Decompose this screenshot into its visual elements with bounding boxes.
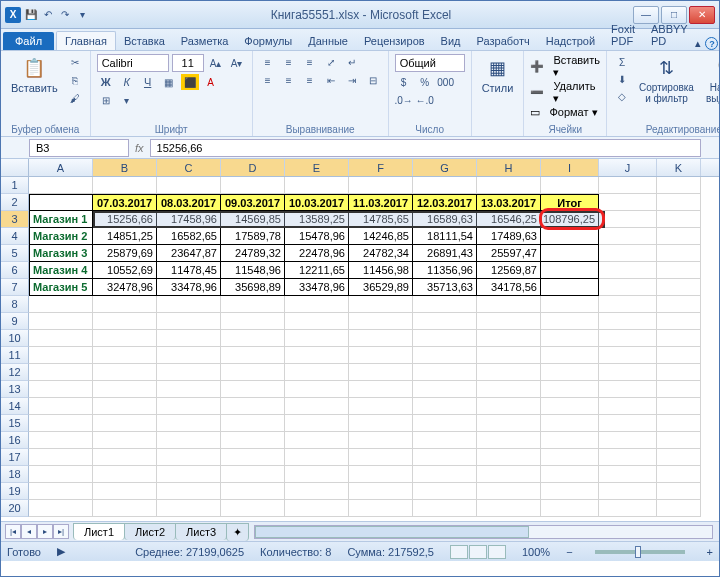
cell-16-J[interactable] bbox=[599, 432, 657, 449]
cell-4-B[interactable]: 14851,25 bbox=[93, 228, 157, 245]
cell-8-I[interactable] bbox=[541, 296, 599, 313]
cell-16-I[interactable] bbox=[541, 432, 599, 449]
cell-5-D[interactable]: 24789,32 bbox=[221, 245, 285, 262]
underline-button[interactable]: Ч bbox=[139, 74, 157, 90]
cell-4-G[interactable]: 18111,54 bbox=[413, 228, 477, 245]
decrease-font-button[interactable]: A▾ bbox=[228, 55, 246, 71]
cell-10-D[interactable] bbox=[221, 330, 285, 347]
cell-5-J[interactable] bbox=[599, 245, 657, 262]
cell-15-H[interactable] bbox=[477, 415, 541, 432]
cell-19-E[interactable] bbox=[285, 483, 349, 500]
italic-button[interactable]: К bbox=[118, 74, 136, 90]
increase-indent-button[interactable]: ⇥ bbox=[343, 72, 361, 88]
cell-12-J[interactable] bbox=[599, 364, 657, 381]
cell-10-A[interactable] bbox=[29, 330, 93, 347]
name-box[interactable]: B3 bbox=[29, 139, 129, 157]
tab-data[interactable]: Данные bbox=[300, 32, 356, 50]
cell-2-F[interactable]: 11.03.2017 bbox=[349, 194, 413, 211]
sheet-tab-1[interactable]: Лист1 bbox=[73, 523, 125, 540]
cell-20-H[interactable] bbox=[477, 500, 541, 517]
cell-10-B[interactable] bbox=[93, 330, 157, 347]
cell-14-D[interactable] bbox=[221, 398, 285, 415]
sort-filter-button[interactable]: ⇅ Сортировка и фильтр bbox=[635, 54, 698, 106]
tab-developer[interactable]: Разработч bbox=[469, 32, 538, 50]
cell-19-I[interactable] bbox=[541, 483, 599, 500]
cell-19-F[interactable] bbox=[349, 483, 413, 500]
cell-5-K[interactable] bbox=[657, 245, 701, 262]
cell-14-I[interactable] bbox=[541, 398, 599, 415]
row-header-16[interactable]: 16 bbox=[1, 432, 29, 449]
cell-8-A[interactable] bbox=[29, 296, 93, 313]
zoom-level[interactable]: 100% bbox=[522, 546, 550, 558]
cell-13-B[interactable] bbox=[93, 381, 157, 398]
view-layout-button[interactable] bbox=[469, 545, 487, 559]
cell-18-B[interactable] bbox=[93, 466, 157, 483]
cell-16-H[interactable] bbox=[477, 432, 541, 449]
merge-button[interactable]: ⊟ bbox=[364, 72, 382, 88]
tab-file[interactable]: Файл bbox=[3, 32, 54, 50]
cell-10-E[interactable] bbox=[285, 330, 349, 347]
cell-18-F[interactable] bbox=[349, 466, 413, 483]
cell-3-C[interactable]: 17458,96 bbox=[157, 211, 221, 228]
cell-11-K[interactable] bbox=[657, 347, 701, 364]
cell-8-D[interactable] bbox=[221, 296, 285, 313]
tab-review[interactable]: Рецензиров bbox=[356, 32, 433, 50]
cell-17-I[interactable] bbox=[541, 449, 599, 466]
increase-decimal-button[interactable]: .0→ bbox=[395, 92, 413, 108]
ribbon-minimize-icon[interactable]: ▴ bbox=[695, 37, 701, 50]
cell-11-H[interactable] bbox=[477, 347, 541, 364]
delete-cells-button[interactable]: ➖ Удалить ▾ bbox=[530, 80, 600, 105]
number-format-input[interactable]: Общий bbox=[395, 54, 465, 72]
col-header-D[interactable]: D bbox=[221, 159, 285, 176]
cell-17-A[interactable] bbox=[29, 449, 93, 466]
decrease-decimal-button[interactable]: ←.0 bbox=[416, 92, 434, 108]
cell-20-I[interactable] bbox=[541, 500, 599, 517]
cell-9-F[interactable] bbox=[349, 313, 413, 330]
cell-17-B[interactable] bbox=[93, 449, 157, 466]
cell-13-K[interactable] bbox=[657, 381, 701, 398]
cell-7-B[interactable]: 32478,96 bbox=[93, 279, 157, 296]
row-header-13[interactable]: 13 bbox=[1, 381, 29, 398]
cell-19-G[interactable] bbox=[413, 483, 477, 500]
horizontal-scrollbar[interactable] bbox=[254, 525, 713, 539]
comma-button[interactable]: 000 bbox=[437, 74, 455, 90]
cell-8-H[interactable] bbox=[477, 296, 541, 313]
tab-addins[interactable]: Надстрой bbox=[538, 32, 603, 50]
row-header-3[interactable]: 3 bbox=[1, 211, 29, 228]
cell-20-C[interactable] bbox=[157, 500, 221, 517]
row-header-2[interactable]: 2 bbox=[1, 194, 29, 211]
cell-12-F[interactable] bbox=[349, 364, 413, 381]
cell-17-E[interactable] bbox=[285, 449, 349, 466]
cell-2-K[interactable] bbox=[657, 194, 701, 211]
cell-10-J[interactable] bbox=[599, 330, 657, 347]
cell-17-J[interactable] bbox=[599, 449, 657, 466]
cell-10-K[interactable] bbox=[657, 330, 701, 347]
select-all-corner[interactable] bbox=[1, 159, 29, 176]
cell-13-C[interactable] bbox=[157, 381, 221, 398]
cell-13-A[interactable] bbox=[29, 381, 93, 398]
total-4[interactable] bbox=[541, 262, 599, 279]
align-top-button[interactable]: ≡ bbox=[259, 54, 277, 70]
cell-20-A[interactable] bbox=[29, 500, 93, 517]
cell-1-A[interactable] bbox=[29, 177, 93, 194]
store-name-3[interactable]: Магазин 3 bbox=[29, 245, 93, 262]
cell-1-B[interactable] bbox=[93, 177, 157, 194]
zoom-thumb[interactable] bbox=[635, 546, 641, 558]
cell-9-C[interactable] bbox=[157, 313, 221, 330]
store-name-5[interactable]: Магазин 5 bbox=[29, 279, 93, 296]
cell-15-K[interactable] bbox=[657, 415, 701, 432]
total-1[interactable]: 108796,25 bbox=[541, 211, 599, 228]
cell-1-G[interactable] bbox=[413, 177, 477, 194]
format-cells-button[interactable]: ▭ Формат ▾ bbox=[530, 106, 597, 119]
fx-icon[interactable]: fx bbox=[135, 142, 144, 154]
cell-5-H[interactable]: 25597,47 bbox=[477, 245, 541, 262]
cell-5-G[interactable]: 26891,43 bbox=[413, 245, 477, 262]
cell-16-B[interactable] bbox=[93, 432, 157, 449]
cell-4-K[interactable] bbox=[657, 228, 701, 245]
cell-14-J[interactable] bbox=[599, 398, 657, 415]
col-header-G[interactable]: G bbox=[413, 159, 477, 176]
cell-1-K[interactable] bbox=[657, 177, 701, 194]
cell-15-F[interactable] bbox=[349, 415, 413, 432]
row-header-5[interactable]: 5 bbox=[1, 245, 29, 262]
cell-11-B[interactable] bbox=[93, 347, 157, 364]
